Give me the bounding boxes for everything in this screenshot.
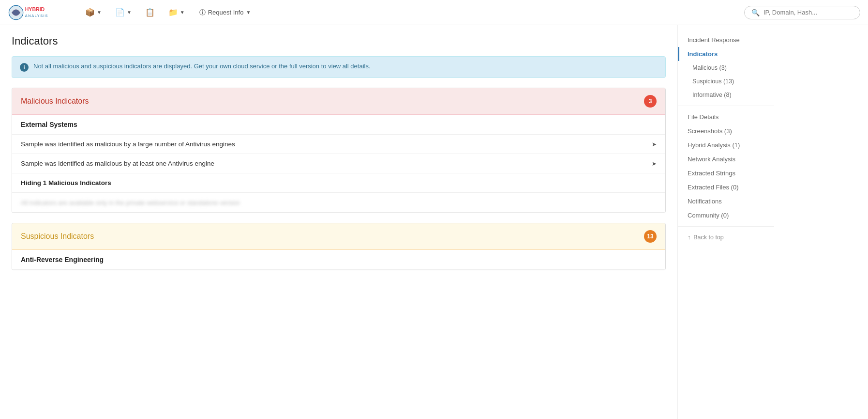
sidebar-label-screenshots: Screenshots (3)	[688, 127, 732, 135]
question-icon: ⓘ	[199, 8, 206, 17]
sidebar-item-hybrid-analysis[interactable]: Hybrid Analysis (1)	[678, 138, 774, 152]
external-systems-title: External Systems	[12, 115, 665, 135]
sidebar-label-incident-response: Incident Response	[688, 36, 740, 44]
folder-btn[interactable]: 📁 ▼	[164, 5, 190, 20]
info-icon: i	[20, 63, 29, 72]
sidebar-item-extracted-strings[interactable]: Extracted Strings	[678, 166, 774, 180]
suspicious-title: Suspicious Indicators	[21, 232, 94, 241]
svg-text:HYBRID: HYBRID	[25, 6, 45, 12]
main-layout: Indicators i Not all malicious and suspi…	[0, 25, 868, 419]
sidebar-item-notifications[interactable]: Notifications	[678, 194, 774, 208]
folder-icon: 📁	[168, 8, 178, 17]
copy-icon: 📋	[145, 8, 155, 17]
chevron-down-icon-1: ➤	[652, 141, 657, 148]
upload-btn[interactable]: 📦 ▼	[80, 5, 106, 20]
hidden-row: All indicators are available only in the…	[12, 193, 665, 213]
logo[interactable]: HYBRID ANALYSIS	[8, 3, 71, 22]
page-title: Indicators	[12, 35, 666, 47]
sidebar-item-file-details[interactable]: File Details	[678, 110, 774, 124]
suspicious-badge: 13	[644, 230, 657, 243]
sidebar-label-suspicious: Suspicious (13)	[692, 78, 734, 85]
indicator-row[interactable]: Sample was identified as malicious by a …	[12, 135, 665, 154]
sidebar-label-indicators: Indicators	[688, 50, 718, 58]
sidebar-item-incident-response[interactable]: Incident Response	[678, 33, 774, 47]
indicator-row-2[interactable]: Sample was identified as malicious by at…	[12, 154, 665, 173]
sidebar-label-back-to-top: Back to top	[693, 234, 724, 241]
request-info-btn[interactable]: ⓘ Request Info ▼	[194, 5, 257, 20]
sidebar-label-extracted-strings: Extracted Strings	[688, 170, 735, 177]
request-chevron-icon: ▼	[246, 10, 251, 15]
indicator-text-2: Sample was identified as malicious by at…	[21, 160, 214, 167]
sidebar-label-informative: Informative (8)	[692, 92, 732, 98]
sidebar-label-file-details: File Details	[688, 113, 718, 121]
info-alert: i Not all malicious and suspicious indic…	[12, 56, 666, 78]
copy-btn[interactable]: 📋	[140, 5, 160, 20]
sidebar-item-informative[interactable]: Informative (8)	[678, 88, 774, 102]
sidebar-label-hybrid-analysis: Hybrid Analysis (1)	[688, 141, 740, 149]
chevron-icon-3: ▼	[180, 10, 185, 15]
sidebar-item-extracted-files[interactable]: Extracted Files (0)	[678, 180, 774, 194]
chevron-icon-2: ▼	[127, 10, 132, 15]
anti-reverse-title: Anti-Reverse Engineering	[12, 250, 665, 270]
sidebar-item-back-to-top[interactable]: ↑ Back to top	[678, 231, 774, 244]
hiding-label: Hiding 1 Malicious Indicators	[12, 173, 665, 193]
back-to-top-icon: ↑	[688, 234, 690, 241]
search-bar[interactable]: 🔍	[744, 6, 860, 19]
sidebar-item-suspicious[interactable]: Suspicious (13)	[678, 75, 774, 88]
sidebar-item-community[interactable]: Community (0)	[678, 208, 774, 222]
navbar: HYBRID ANALYSIS 📦 ▼ 📄 ▼ 📋 📁 ▼ ⓘ Request …	[0, 0, 868, 25]
upload-icon: 📦	[85, 8, 95, 17]
sidebar-item-malicious[interactable]: Malicious (3)	[678, 61, 774, 75]
malicious-section: Malicious Indicators 3 External Systems …	[12, 88, 666, 213]
suspicious-section: Suspicious Indicators 13 Anti-Reverse En…	[12, 223, 666, 270]
content-area: Indicators i Not all malicious and suspi…	[0, 25, 677, 419]
sidebar-label-community: Community (0)	[688, 212, 729, 219]
suspicious-header: Suspicious Indicators 13	[12, 223, 665, 250]
sidebar-label-malicious: Malicious (3)	[692, 64, 727, 71]
info-alert-text: Not all malicious and suspicious indicat…	[33, 62, 371, 70]
search-icon: 🔍	[751, 9, 760, 16]
chevron-down-icon-2: ➤	[652, 160, 657, 167]
sidebar-label-network-analysis: Network Analysis	[688, 155, 735, 163]
sidebar-divider-2	[678, 226, 774, 227]
sidebar-label-extracted-files: Extracted Files (0)	[688, 184, 738, 191]
malicious-badge: 3	[644, 95, 657, 108]
sidebar-item-indicators[interactable]: Indicators	[678, 47, 774, 61]
blurred-text: All indicators are available only in the…	[21, 199, 240, 206]
sidebar-item-network-analysis[interactable]: Network Analysis	[678, 152, 774, 166]
malicious-header: Malicious Indicators 3	[12, 88, 665, 115]
request-info-label: Request Info	[208, 9, 244, 16]
sidebar: Incident Response Indicators Malicious (…	[677, 25, 774, 419]
indicator-text-1: Sample was identified as malicious by a …	[21, 140, 235, 148]
chevron-icon: ▼	[97, 10, 102, 15]
search-input[interactable]	[763, 9, 853, 16]
svg-text:ANALYSIS: ANALYSIS	[25, 13, 48, 17]
sidebar-divider-1	[678, 106, 774, 106]
submit-btn[interactable]: 📄 ▼	[110, 5, 136, 20]
submit-icon: 📄	[115, 8, 125, 17]
sidebar-item-screenshots[interactable]: Screenshots (3)	[678, 124, 774, 138]
malicious-title: Malicious Indicators	[21, 97, 89, 106]
navbar-tools: 📦 ▼ 📄 ▼ 📋 📁 ▼ ⓘ Request Info ▼	[80, 5, 744, 20]
sidebar-label-notifications: Notifications	[688, 198, 722, 205]
